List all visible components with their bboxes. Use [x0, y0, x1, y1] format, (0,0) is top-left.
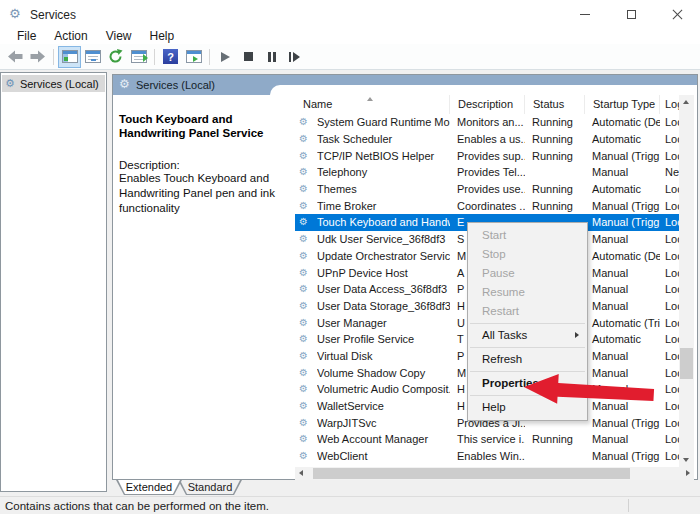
export-list-button[interactable]: [127, 46, 150, 68]
refresh-button[interactable]: [104, 46, 127, 68]
cell-startup-type: Manual: [585, 283, 660, 295]
cell-logon: Loc: [660, 450, 679, 462]
cell-name: User Data Access_36f8df3: [317, 283, 450, 295]
services-window: ⚙ Services File Action View Help: [0, 0, 700, 514]
cell-startup-type: Automatic: [585, 183, 660, 195]
service-gear-icon: ⚙: [295, 234, 317, 244]
forward-arrow-icon: [30, 50, 46, 63]
cell-logon: Loc: [660, 317, 679, 329]
scroll-down-icon[interactable]: [683, 458, 689, 462]
scroll-left-icon[interactable]: [299, 470, 303, 476]
export-list-icon: [131, 50, 147, 63]
service-gear-icon: ⚙: [295, 301, 317, 311]
column-header-description[interactable]: Description: [450, 95, 525, 114]
maximize-button[interactable]: [608, 0, 654, 28]
cell-name: WebClient: [317, 450, 450, 462]
column-header-startup-type[interactable]: Startup Type: [585, 95, 660, 114]
table-row[interactable]: ⚙ Web Account Manager This service i... …: [295, 431, 679, 448]
pause-service-button[interactable]: [260, 46, 283, 68]
cell-startup-type: Manual: [585, 267, 660, 279]
cell-description: Provides sup...: [450, 150, 525, 162]
service-gear-icon: ⚙: [295, 151, 317, 161]
help-button[interactable]: ?: [159, 46, 182, 68]
results-header: ⚙ Services (Local): [113, 75, 697, 95]
cell-name: WalletService: [317, 400, 450, 412]
column-header-status[interactable]: Status: [525, 95, 585, 114]
minimize-button[interactable]: [562, 0, 608, 28]
cell-description: This service i...: [450, 433, 525, 445]
vertical-scrollbar-thumb[interactable]: [680, 348, 693, 379]
show-console-tree-button[interactable]: [58, 46, 81, 68]
table-row[interactable]: ⚙ Telephony Provides Tel... Manual Ne: [295, 164, 679, 181]
stop-icon: [244, 52, 253, 61]
cell-startup-type: Automatic (De...: [585, 116, 660, 128]
forward-button[interactable]: [26, 46, 49, 68]
scroll-right-icon[interactable]: [686, 470, 690, 476]
table-row[interactable]: ⚙ WebClient Enables Win... Manual (Trigg…: [295, 448, 679, 465]
horizontal-scrollbar[interactable]: [295, 467, 694, 480]
context-menu-item-resume[interactable]: Resume: [468, 283, 587, 302]
toolbar: ?: [0, 44, 700, 70]
cell-logon: Loc: [660, 267, 679, 279]
table-row[interactable]: ⚙ Themes Provides use... Running Automat…: [295, 181, 679, 198]
tab-extended[interactable]: Extended: [116, 480, 182, 495]
cell-status: Running: [525, 116, 585, 128]
context-menu-item-all-tasks[interactable]: All Tasks: [468, 326, 587, 345]
menu-file[interactable]: File: [8, 28, 45, 44]
close-icon: [672, 9, 683, 20]
services-gear-icon: ⚙: [5, 77, 15, 90]
table-row[interactable]: ⚙ TCP/IP NetBIOS Helper Provides sup... …: [295, 147, 679, 164]
cell-logon: Loc: [660, 350, 679, 362]
cell-name: User Data Storage_36f8df3: [317, 300, 450, 312]
cell-startup-type: Manual: [585, 166, 660, 178]
cell-name: Virtual Disk: [317, 350, 450, 362]
properties-toolbar-button[interactable]: [81, 46, 104, 68]
menu-help[interactable]: Help: [141, 28, 184, 44]
description-label: Description:: [119, 159, 288, 171]
cell-name: Telephony: [317, 166, 450, 178]
service-gear-icon: ⚙: [295, 451, 317, 461]
cell-name: User Profile Service: [317, 333, 450, 345]
results-panel: ⚙ Services (Local) Touch Keyboard and Ha…: [112, 74, 698, 480]
service-gear-icon: ⚙: [295, 351, 317, 361]
description-pane: Touch Keyboard and Handwriting Panel Ser…: [113, 95, 295, 479]
description-text: Enables Touch Keyboard and Handwriting P…: [119, 171, 288, 216]
action-pane-icon: [186, 50, 202, 63]
table-row[interactable]: ⚙ Task Scheduler Enables a us... Running…: [295, 131, 679, 148]
table-row[interactable]: ⚙ Time Broker Coordinates ... Running Ma…: [295, 197, 679, 214]
scroll-up-icon[interactable]: [683, 100, 689, 104]
cell-name: Touch Keyboard and Handw...: [317, 216, 450, 228]
view-tabs: Extended Standard: [112, 480, 698, 496]
service-gear-icon: ⚙: [295, 334, 317, 344]
cell-logon: Loc: [660, 216, 679, 228]
vertical-scrollbar[interactable]: [679, 95, 694, 467]
cell-startup-type: Automatic (De...: [585, 250, 660, 262]
column-header-logon[interactable]: Log: [660, 95, 679, 114]
context-menu-item-start[interactable]: Start: [468, 226, 587, 245]
services-gear-icon: ⚙: [9, 6, 21, 21]
start-service-button[interactable]: [214, 46, 237, 68]
cell-name: Udk User Service_36f8df3: [317, 233, 450, 245]
context-menu-item-pause[interactable]: Pause: [468, 264, 587, 283]
maximize-icon: [627, 10, 636, 19]
cell-logon: Loc: [660, 150, 679, 162]
cell-logon: Loc: [660, 250, 679, 262]
context-menu-item-restart[interactable]: Restart: [468, 302, 587, 321]
menu-view[interactable]: View: [97, 28, 141, 44]
close-button[interactable]: [654, 0, 700, 28]
table-row[interactable]: ⚙ System Guard Runtime Mon... Monitors a…: [295, 114, 679, 131]
tree-item-services-local[interactable]: ⚙ Services (Local): [2, 75, 105, 92]
cell-startup-type: Manual: [585, 233, 660, 245]
stop-service-button[interactable]: [237, 46, 260, 68]
status-bar: Contains actions that can be performed o…: [0, 496, 700, 514]
show-action-pane-button[interactable]: [182, 46, 205, 68]
menu-action[interactable]: Action: [45, 28, 96, 44]
horizontal-scrollbar-thumb[interactable]: [313, 468, 630, 479]
cell-description: Monitors an...: [450, 116, 525, 128]
context-menu-item-stop[interactable]: Stop: [468, 245, 587, 264]
back-button[interactable]: [3, 46, 26, 68]
cell-logon: Ne: [660, 166, 679, 178]
context-menu-item-refresh[interactable]: Refresh: [468, 350, 587, 369]
restart-service-button[interactable]: [283, 46, 306, 68]
tab-standard[interactable]: Standard: [178, 480, 242, 495]
